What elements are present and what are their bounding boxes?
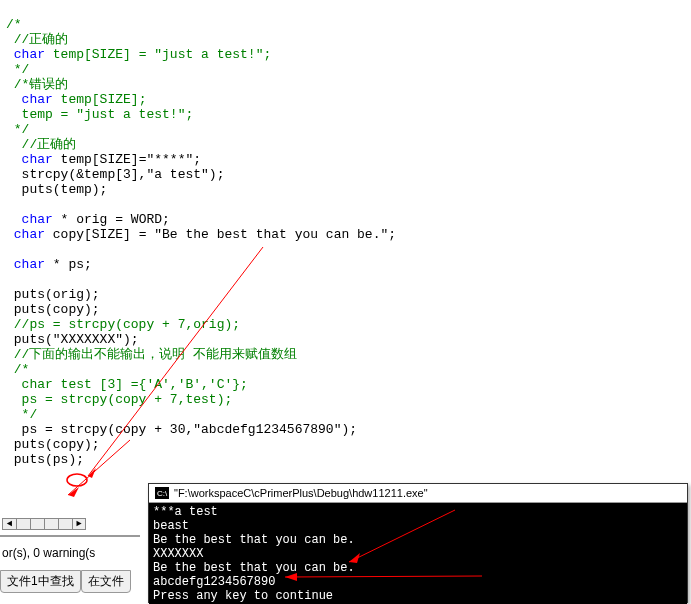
red-circle-annotation xyxy=(67,474,87,486)
ruler-mark xyxy=(16,518,30,530)
code-text: temp[SIZE]; xyxy=(53,92,147,107)
arrow-head-icon xyxy=(88,468,96,478)
console-titlebar[interactable]: C:\ "F:\workspaceC\cPrimerPlus\Debug\hdw… xyxy=(149,484,687,503)
keyword: char xyxy=(6,257,45,272)
console-line: Be the best that you can be. xyxy=(153,533,355,547)
code-line: //下面的输出不能输出，说明 不能用来赋值数组 xyxy=(6,347,297,362)
divider xyxy=(0,535,140,537)
code-editor[interactable]: /* //正确的 char temp[SIZE] = "just a test!… xyxy=(0,0,691,469)
console-line: Be the best that you can be. xyxy=(153,561,355,575)
console-icon: C:\ xyxy=(155,487,169,499)
tab-find-in-files-2[interactable]: 在文件 xyxy=(81,570,131,593)
code-line: strcpy(&temp[3],"a test"); xyxy=(6,167,224,182)
keyword: char xyxy=(6,92,53,107)
console-output: ***a test beast Be the best that you can… xyxy=(149,503,687,604)
code-line: char test [3] ={'A','B','C'}; xyxy=(6,377,248,392)
code-line: */ xyxy=(6,122,29,137)
keyword: char xyxy=(6,227,45,242)
console-window[interactable]: C:\ "F:\workspaceC\cPrimerPlus\Debug\hdw… xyxy=(148,483,688,603)
build-status: or(s), 0 warning(s xyxy=(0,546,95,560)
console-line: XXXXXXX xyxy=(153,547,203,561)
ruler-mark xyxy=(30,518,44,530)
ruler-mark: ◄ xyxy=(2,518,16,530)
code-line: ps = strcpy(copy + 30,"abcdefg1234567890… xyxy=(6,422,357,437)
code-line: puts(orig); xyxy=(6,287,100,302)
code-line: ps = strcpy(copy + 7,test); xyxy=(6,392,232,407)
ruler-mark xyxy=(58,518,72,530)
ruler-mark xyxy=(44,518,58,530)
code-line: */ xyxy=(6,407,37,422)
code-line: */ xyxy=(6,62,29,77)
console-title-text: "F:\workspaceC\cPrimerPlus\Debug\hdw1121… xyxy=(174,487,428,499)
arrow-head-icon xyxy=(68,487,79,497)
code-text: * orig = WORD; xyxy=(53,212,170,227)
keyword: char xyxy=(6,47,45,62)
code-line: /* xyxy=(6,362,29,377)
ruler-mark: ► xyxy=(72,518,86,530)
code-line: puts("XXXXXXX"); xyxy=(6,332,139,347)
code-text: copy[SIZE] = "Be the best that you can b… xyxy=(45,227,396,242)
console-line: ***a test xyxy=(153,505,218,519)
code-line: /* xyxy=(6,17,22,32)
code-text: temp[SIZE] = "just a test!"; xyxy=(45,47,271,62)
ruler-bar: ◄ ► xyxy=(2,518,86,530)
code-line: /*错误的 xyxy=(6,77,68,92)
keyword: char xyxy=(6,212,53,227)
console-line: abcdefg1234567890 xyxy=(153,575,275,589)
code-text: * ps; xyxy=(45,257,92,272)
code-line: //ps = strcpy(copy + 7,orig); xyxy=(6,317,240,332)
code-line: //正确的 xyxy=(6,137,76,152)
code-text: temp[SIZE]="****"; xyxy=(53,152,201,167)
code-line: puts(ps); xyxy=(6,452,84,467)
code-line: puts(copy); xyxy=(6,437,100,452)
code-line: //正确的 xyxy=(6,32,68,47)
code-line: temp = "just a test!"; xyxy=(6,107,193,122)
console-line: beast xyxy=(153,519,189,533)
tab-find-in-files-1[interactable]: 文件1中查找 xyxy=(0,570,81,593)
code-line: puts(copy); xyxy=(6,302,100,317)
keyword: char xyxy=(6,152,53,167)
bottom-tabs: 文件1中查找 在文件 xyxy=(0,570,131,593)
code-line: puts(temp); xyxy=(6,182,107,197)
console-line: Press any key to continue xyxy=(153,589,333,603)
